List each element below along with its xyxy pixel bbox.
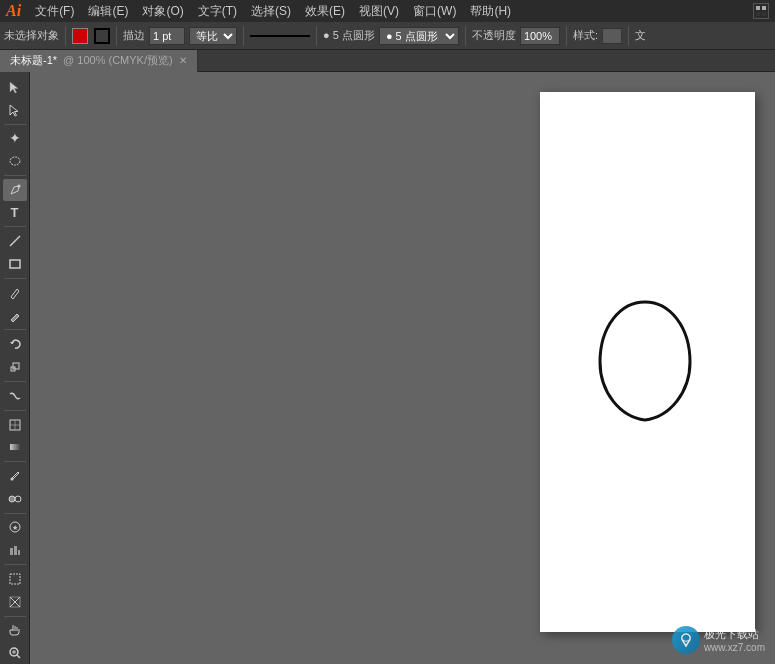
title-bar: Ai 文件(F) 编辑(E) 对象(O) 文字(T) 选择(S) 效果(E) 视… [0, 0, 775, 22]
watermark-text-container: 极光下载站 www.xz7.com [704, 627, 765, 653]
tool-separator-8 [4, 461, 26, 462]
artboard [540, 92, 755, 632]
svg-rect-10 [13, 363, 19, 369]
svg-rect-3 [762, 12, 766, 16]
tab-bar: 未标题-1* @ 100% (CMYK/预览) ✕ [0, 50, 775, 72]
watermark-site-name: 极光下载站 [704, 627, 765, 642]
stroke-line-preview [250, 35, 310, 37]
svg-line-8 [11, 297, 13, 299]
divider-1 [65, 26, 66, 46]
svg-rect-2 [756, 12, 760, 16]
view-toggle[interactable] [753, 3, 769, 19]
divider-5 [465, 26, 466, 46]
slice-tool-button[interactable] [3, 591, 27, 613]
svg-point-5 [17, 184, 20, 187]
watermark-logo [672, 626, 700, 654]
magic-wand-button[interactable]: ✦ [3, 127, 27, 149]
zoom-tool-button[interactable] [3, 642, 27, 664]
tool-separator-4 [4, 278, 26, 279]
dot-label: ● 5 点圆形 [323, 28, 375, 43]
pencil-tool-button[interactable] [3, 282, 27, 304]
svg-point-15 [10, 478, 13, 481]
dot-dropdown[interactable]: ● 5 点圆形 [379, 27, 459, 45]
column-graph-button[interactable] [3, 539, 27, 561]
watermark-site-url: www.xz7.com [704, 642, 765, 653]
style-preview[interactable] [602, 28, 622, 44]
svg-rect-23 [10, 574, 20, 584]
tool-separator-10 [4, 564, 26, 565]
menu-help[interactable]: 帮助(H) [464, 1, 517, 22]
tool-separator-6 [4, 381, 26, 382]
toolbar: ✦ T [0, 72, 30, 664]
blend-tool-button[interactable] [3, 488, 27, 510]
canvas-area: 极光下载站 www.xz7.com [30, 72, 775, 664]
warp-tool-button[interactable] [3, 385, 27, 407]
pen-tool-button[interactable] [3, 179, 27, 201]
divider-3 [243, 26, 244, 46]
svg-line-6 [10, 236, 20, 246]
main-layout: ✦ T [0, 72, 775, 664]
gradient-tool-button[interactable] [3, 436, 27, 458]
svg-rect-20 [10, 548, 13, 555]
type-tool-button[interactable]: T [3, 202, 27, 224]
menu-view[interactable]: 视图(V) [353, 1, 405, 22]
menu-text[interactable]: 文字(T) [192, 1, 243, 22]
eyedropper-tool-button[interactable] [3, 465, 27, 487]
control-bar: 未选择对象 描边 等比 ● 5 点圆形 ● 5 点圆形 不透明度 样式: 文 [0, 22, 775, 50]
tab-close-button[interactable]: ✕ [179, 55, 187, 66]
svg-point-4 [10, 157, 20, 165]
menu-select[interactable]: 选择(S) [245, 1, 297, 22]
rotate-tool-button[interactable] [3, 333, 27, 355]
direct-selection-tool-button[interactable] [3, 99, 27, 121]
stroke-color-box[interactable] [94, 28, 110, 44]
divider-7 [628, 26, 629, 46]
eraser-tool-button[interactable] [3, 305, 27, 327]
svg-text:★: ★ [12, 524, 18, 531]
stroke-dropdown[interactable]: 等比 [189, 27, 237, 45]
lasso-tool-button[interactable] [3, 150, 27, 172]
menu-window[interactable]: 窗口(W) [407, 1, 462, 22]
watermark: 极光下载站 www.xz7.com [672, 626, 765, 654]
tool-separator-5 [4, 329, 26, 330]
type-tool-icon: T [11, 205, 19, 220]
ai-logo: Ai [6, 3, 21, 19]
document-tab[interactable]: 未标题-1* @ 100% (CMYK/预览) ✕ [0, 50, 198, 72]
svg-line-26 [17, 655, 20, 658]
menu-edit[interactable]: 编辑(E) [82, 1, 134, 22]
hand-tool-button[interactable] [3, 620, 27, 642]
fill-color-box[interactable] [72, 28, 88, 44]
no-selection-label: 未选择对象 [4, 28, 59, 43]
selection-tool-button[interactable] [3, 76, 27, 98]
stroke-label: 描边 [123, 28, 145, 43]
svg-rect-0 [756, 6, 760, 10]
divider-4 [316, 26, 317, 46]
drawing-canvas [590, 292, 710, 432]
opacity-label: 不透明度 [472, 28, 516, 43]
svg-rect-14 [10, 444, 20, 450]
opacity-input[interactable] [520, 27, 560, 45]
tab-label: 未标题-1* [10, 53, 57, 68]
divider-6 [566, 26, 567, 46]
svg-rect-21 [14, 546, 17, 555]
tool-separator-1 [4, 124, 26, 125]
menu-file[interactable]: 文件(F) [29, 1, 80, 22]
magic-wand-icon: ✦ [9, 130, 21, 146]
svg-rect-22 [18, 550, 20, 555]
menu-bar: 文件(F) 编辑(E) 对象(O) 文字(T) 选择(S) 效果(E) 视图(V… [29, 1, 745, 22]
divider-2 [116, 26, 117, 46]
scale-tool-button[interactable] [3, 356, 27, 378]
tool-separator-11 [4, 616, 26, 617]
stroke-value-input[interactable] [149, 27, 185, 45]
menu-object[interactable]: 对象(O) [136, 1, 189, 22]
symbol-tool-button[interactable]: ★ [3, 517, 27, 539]
line-tool-button[interactable] [3, 230, 27, 252]
menu-effect[interactable]: 效果(E) [299, 1, 351, 22]
svg-rect-7 [10, 260, 20, 268]
tab-detail: @ 100% (CMYK/预览) [63, 53, 173, 68]
tool-separator-2 [4, 175, 26, 176]
watermark-icon [677, 631, 695, 649]
tool-separator-7 [4, 410, 26, 411]
graph-tool-button[interactable] [3, 414, 27, 436]
artboard-tool-button[interactable] [3, 568, 27, 590]
rectangle-tool-button[interactable] [3, 253, 27, 275]
